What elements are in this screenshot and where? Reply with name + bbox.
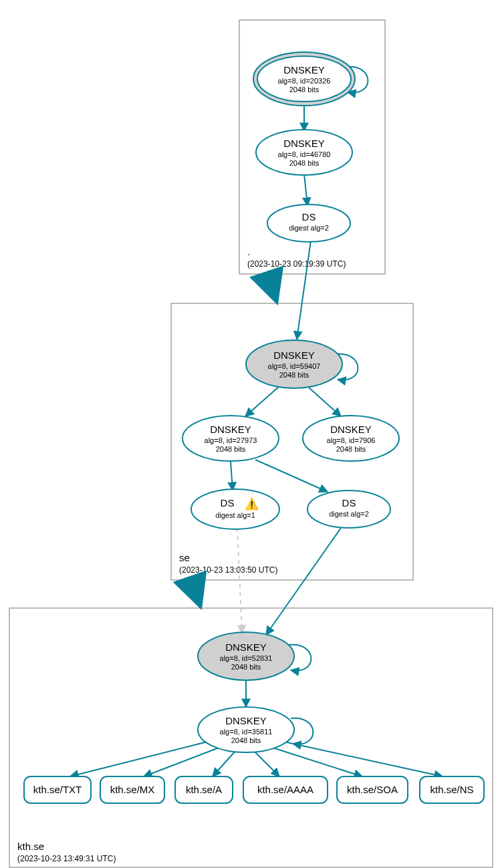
svg-text:2048 bits: 2048 bits <box>289 159 320 167</box>
node-se-ksk: DNSKEY alg=8, id=59407 2048 bits <box>246 340 342 388</box>
zone-time-root: (2023-10-23 09:19:39 UTC) <box>247 259 346 269</box>
edge-root-to-se-zone <box>267 274 277 302</box>
svg-text:kth.se/A: kth.se/A <box>186 784 222 795</box>
svg-text:alg=8, id=46780: alg=8, id=46780 <box>278 150 331 158</box>
svg-text:DNSKEY: DNSKEY <box>210 424 251 435</box>
svg-text:DNSKEY: DNSKEY <box>283 138 325 149</box>
edge-root-zsk-to-ds <box>304 174 307 206</box>
rrset-ns: kth.se/NS <box>420 776 484 803</box>
node-root-zsk: DNSKEY alg=8, id=46780 2048 bits <box>256 130 352 175</box>
svg-text:alg=8, id=20326: alg=8, id=20326 <box>278 77 331 85</box>
svg-text:DNSKEY: DNSKEY <box>330 424 372 435</box>
svg-point-24 <box>191 489 279 529</box>
node-root-ds: DS digest alg=2 <box>267 204 350 242</box>
node-kth-zsk: DNSKEY alg=8, id=35811 2048 bits <box>198 707 294 752</box>
svg-text:alg=8, id=52831: alg=8, id=52831 <box>220 654 273 662</box>
zone-time-kth: (2023-10-23 13:49:31 UTC) <box>17 854 116 863</box>
svg-text:2048 bits: 2048 bits <box>216 445 246 453</box>
svg-text:alg=8, id=27973: alg=8, id=27973 <box>205 436 257 444</box>
dnssec-chain-diagram: . (2023-10-23 09:19:39 UTC) se (2023-10-… <box>0 0 502 868</box>
edge-se-to-kth-zone <box>191 580 201 607</box>
svg-text:2048 bits: 2048 bits <box>336 445 366 453</box>
svg-text:2048 bits: 2048 bits <box>231 663 261 671</box>
edge-kth-zsk-to-txt <box>70 742 207 776</box>
edge-se-ksk-to-zsk2 <box>309 388 341 416</box>
node-kth-ksk: DNSKEY alg=8, id=52831 2048 bits <box>198 632 294 680</box>
svg-text:DNSKEY: DNSKEY <box>273 349 315 361</box>
rrset-mx: kth.se/MX <box>100 776 164 803</box>
svg-text:2048 bits: 2048 bits <box>289 86 320 94</box>
svg-text:DS: DS <box>221 497 235 509</box>
edge-kth-zsk-to-aaaa <box>254 751 279 776</box>
svg-text:DS: DS <box>342 497 356 509</box>
svg-text:kth.se/SOA: kth.se/SOA <box>347 784 398 795</box>
node-se-ds1: DS ⚠️ digest alg=1 <box>191 489 279 529</box>
rrset-aaaa: kth.se/AAAA <box>243 776 328 803</box>
svg-text:DNSKEY: DNSKEY <box>225 715 267 726</box>
node-se-ds2: DS digest alg=2 <box>307 490 390 528</box>
svg-text:alg=8, id=35811: alg=8, id=35811 <box>220 728 273 736</box>
svg-text:alg=8, id=7906: alg=8, id=7906 <box>327 436 376 444</box>
svg-text:alg=8, id=59407: alg=8, id=59407 <box>268 362 321 370</box>
zone-time-se: (2023-10-23 13:03:50 UTC) <box>179 565 277 575</box>
svg-text:kth.se/TXT: kth.se/TXT <box>33 784 82 795</box>
edge-kth-zsk-to-a <box>213 751 235 776</box>
svg-text:digest alg=1: digest alg=1 <box>215 511 255 519</box>
edge-se-ds1-to-kth-ksk <box>237 528 242 633</box>
node-root-ksk: DNSKEY alg=8, id=20326 2048 bits <box>253 52 355 106</box>
svg-text:DNSKEY: DNSKEY <box>225 641 267 653</box>
warning-icon: ⚠️ <box>245 497 259 511</box>
rrset-txt: kth.se/TXT <box>24 776 91 803</box>
edge-se-zsk1-to-ds1 <box>231 461 233 490</box>
svg-text:2048 bits: 2048 bits <box>231 736 261 744</box>
svg-text:2048 bits: 2048 bits <box>279 371 309 379</box>
node-se-zsk2: DNSKEY alg=8, id=7906 2048 bits <box>303 416 399 461</box>
svg-text:kth.se/AAAA: kth.se/AAAA <box>257 784 313 795</box>
zone-label-kth: kth.se <box>17 841 44 852</box>
svg-text:kth.se/MX: kth.se/MX <box>110 784 155 795</box>
rrset-a: kth.se/A <box>175 776 233 803</box>
svg-text:digest alg=2: digest alg=2 <box>329 510 369 518</box>
zone-label-root: . <box>247 246 250 257</box>
zone-label-se: se <box>179 552 190 563</box>
node-se-zsk1: DNSKEY alg=8, id=27973 2048 bits <box>182 416 279 461</box>
edge-kth-zsk-to-soa <box>271 747 362 776</box>
svg-text:DS: DS <box>302 211 316 223</box>
svg-text:kth.se/NS: kth.se/NS <box>430 784 473 795</box>
edge-root-ds-to-se-ksk <box>297 241 311 339</box>
svg-text:DNSKEY: DNSKEY <box>283 64 325 76</box>
edge-kth-zsk-to-mx <box>144 747 221 776</box>
svg-text:digest alg=2: digest alg=2 <box>289 224 329 232</box>
rrset-soa: kth.se/SOA <box>337 776 408 803</box>
edge-se-ds2-to-kth-ksk <box>266 528 341 635</box>
edge-se-ksk-to-zsk1 <box>245 386 279 416</box>
edge-se-zsk1-to-ds2 <box>255 460 328 492</box>
